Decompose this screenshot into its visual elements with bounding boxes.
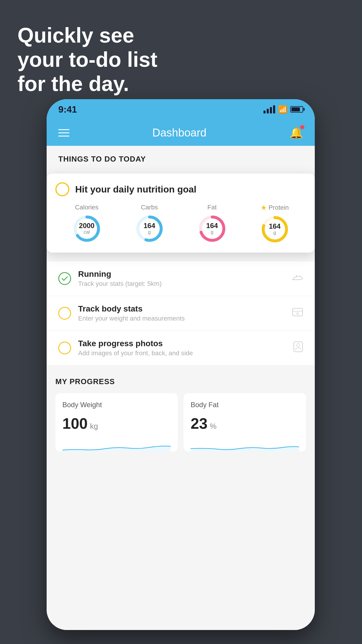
progress-section-title: MY PROGRESS bbox=[55, 377, 306, 386]
todo-item-running[interactable]: Running Track your stats (target: 5km) bbox=[47, 261, 315, 296]
fat-value: 164 bbox=[206, 222, 218, 229]
headline-line3: for the day. bbox=[17, 72, 157, 96]
running-text: Running Track your stats (target: 5km) bbox=[78, 270, 284, 288]
body-fat-number: 23 bbox=[191, 415, 208, 432]
phone-mockup: 9:41 📶 Dashboard 🔔 THINGS TO bbox=[47, 99, 315, 630]
body-fat-unit: % bbox=[210, 422, 217, 431]
headline-line2: your to-do list bbox=[17, 48, 157, 72]
protein-value: 164 bbox=[269, 223, 280, 230]
carbs-circle-item: Carbs 164 g bbox=[135, 204, 164, 243]
notification-bell-button[interactable]: 🔔 bbox=[289, 126, 303, 139]
svg-point-12 bbox=[297, 344, 300, 346]
carbs-value: 164 bbox=[143, 222, 155, 229]
body-fat-title: Body Fat bbox=[191, 401, 299, 409]
scale-icon bbox=[292, 307, 303, 319]
app-header: Dashboard 🔔 bbox=[47, 120, 315, 146]
photos-text: Take progress photos Add images of your … bbox=[78, 339, 286, 357]
todo-item-body-stats[interactable]: Track body stats Enter your weight and m… bbox=[47, 296, 315, 331]
body-stats-name: Track body stats bbox=[78, 304, 285, 314]
body-weight-title: Body Weight bbox=[62, 401, 171, 409]
running-desc: Track your stats (target: 5km) bbox=[78, 280, 284, 288]
fat-label: Fat bbox=[208, 204, 217, 211]
fat-donut: 164 g bbox=[198, 214, 227, 243]
body-fat-value-row: 23 % bbox=[191, 415, 299, 432]
headline-line1: Quickly see bbox=[17, 23, 157, 48]
status-icons: 📶 bbox=[263, 105, 303, 114]
fat-circle-item: Fat 164 g bbox=[198, 204, 227, 243]
calories-value: 2000 bbox=[79, 222, 94, 229]
wifi-icon: 📶 bbox=[278, 105, 287, 114]
nutrition-card[interactable]: Hit your daily nutrition goal Calories 2… bbox=[47, 174, 315, 253]
things-today-section-header: THINGS TO DO TODAY bbox=[47, 146, 315, 168]
progress-section: MY PROGRESS Body Weight 100 kg bbox=[47, 365, 315, 460]
page-headline: Quickly see your to-do list for the day. bbox=[17, 23, 157, 96]
body-weight-unit: kg bbox=[90, 422, 98, 431]
svg-rect-8 bbox=[293, 308, 303, 316]
svg-rect-11 bbox=[294, 342, 303, 352]
header-title: Dashboard bbox=[152, 127, 207, 139]
protein-star-icon: ★ bbox=[261, 204, 267, 212]
protein-unit: g bbox=[269, 230, 280, 236]
carbs-donut: 164 g bbox=[135, 214, 164, 243]
calories-circle-item: Calories 2000 cal bbox=[72, 204, 101, 243]
notification-dot bbox=[300, 125, 304, 129]
fat-unit: g bbox=[206, 229, 218, 235]
photos-desc: Add images of your front, back, and side bbox=[78, 349, 286, 357]
calories-donut: 2000 cal bbox=[72, 214, 101, 243]
protein-circle-item: ★ Protein 164 g bbox=[260, 204, 289, 244]
body-weight-value-row: 100 kg bbox=[62, 415, 171, 432]
signal-icon bbox=[263, 105, 275, 113]
protein-label: ★ Protein bbox=[261, 204, 289, 212]
photos-name: Take progress photos bbox=[78, 339, 286, 348]
svg-point-10 bbox=[297, 313, 298, 314]
phone-content: THINGS TO DO TODAY Hit your daily nutrit… bbox=[47, 146, 315, 630]
nutrition-card-title: Hit your daily nutrition goal bbox=[75, 184, 196, 195]
body-fat-card[interactable]: Body Fat 23 % bbox=[184, 393, 306, 452]
body-weight-chart bbox=[62, 437, 171, 452]
status-time: 9:41 bbox=[58, 104, 77, 115]
person-icon bbox=[293, 341, 303, 355]
body-weight-number: 100 bbox=[62, 415, 88, 432]
nutrition-circles-row: Calories 2000 cal Carbs bbox=[55, 204, 306, 244]
running-circle bbox=[58, 272, 71, 285]
status-bar: 9:41 📶 bbox=[47, 99, 315, 120]
todo-list: Running Track your stats (target: 5km) T… bbox=[47, 261, 315, 365]
calories-unit: cal bbox=[79, 229, 94, 235]
nutrition-check-circle bbox=[55, 182, 69, 196]
body-stats-circle bbox=[58, 307, 71, 320]
protein-donut: 164 g bbox=[260, 215, 289, 244]
running-shoe-icon bbox=[291, 273, 303, 284]
carbs-unit: g bbox=[143, 229, 155, 235]
body-stats-desc: Enter your weight and measurements bbox=[78, 315, 285, 322]
body-stats-text: Track body stats Enter your weight and m… bbox=[78, 304, 285, 322]
carbs-label: Carbs bbox=[141, 204, 158, 211]
todo-item-photos[interactable]: Take progress photos Add images of your … bbox=[47, 331, 315, 365]
photos-circle bbox=[58, 342, 71, 354]
battery-icon bbox=[290, 106, 303, 113]
calories-label: Calories bbox=[75, 204, 99, 211]
running-name: Running bbox=[78, 270, 284, 279]
things-today-title: THINGS TO DO TODAY bbox=[58, 155, 303, 164]
body-fat-chart bbox=[191, 437, 299, 452]
progress-cards-row: Body Weight 100 kg Body Fat bbox=[55, 393, 306, 452]
hamburger-button[interactable] bbox=[58, 129, 69, 136]
nutrition-card-header: Hit your daily nutrition goal bbox=[55, 182, 306, 196]
body-weight-card[interactable]: Body Weight 100 kg bbox=[55, 393, 178, 452]
